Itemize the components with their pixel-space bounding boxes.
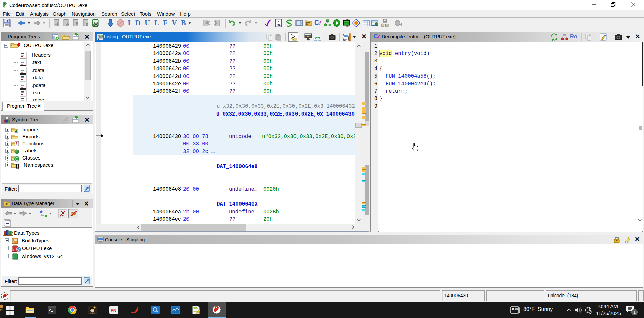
svg-text:DT: DT	[306, 22, 310, 25]
svg-text:DT: DT	[5, 202, 9, 206]
svg-text:01: 01	[277, 23, 281, 26]
svg-text:10: 10	[276, 20, 279, 23]
svg-text:{}: {}	[15, 163, 20, 169]
svg-text:C: C	[15, 157, 18, 162]
svg-text:FN: FN	[111, 308, 116, 313]
